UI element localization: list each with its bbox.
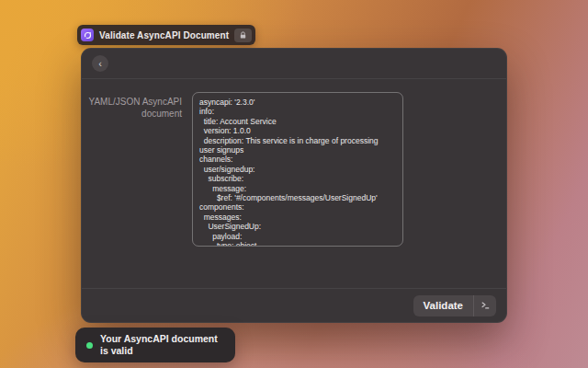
lock-keycap[interactable] bbox=[234, 29, 252, 42]
validate-form: YAML/JSON AsyncAPI document asyncapi: '2… bbox=[82, 79, 506, 247]
raycast-window: ‹ YAML/JSON AsyncAPI document asyncapi: … bbox=[81, 48, 507, 323]
window-header: ‹ bbox=[82, 49, 506, 79]
asyncapi-logo-glyph bbox=[84, 31, 92, 40]
success-status-dot bbox=[86, 342, 93, 349]
document-field-label: YAML/JSON AsyncAPI document bbox=[82, 92, 190, 120]
validate-action-group[interactable]: Validate bbox=[413, 295, 496, 316]
toast-message: Your AsyncAPI document is valid bbox=[100, 333, 226, 357]
desktop-background: Validate AsyncAPI Document ‹ YAML/JSON A… bbox=[0, 0, 588, 368]
validate-button[interactable]: Validate bbox=[413, 295, 473, 316]
document-textarea[interactable]: asyncapi: '2.3.0' info: title: Account S… bbox=[192, 92, 403, 247]
validation-toast[interactable]: Your AsyncAPI document is valid bbox=[75, 328, 235, 362]
enter-shortcut-key[interactable] bbox=[473, 295, 496, 316]
command-pill-title: Validate AsyncAPI Document bbox=[99, 30, 229, 40]
window-footer: Validate bbox=[82, 288, 506, 322]
asyncapi-extension-icon bbox=[81, 29, 94, 41]
lock-icon bbox=[239, 31, 247, 40]
command-pill[interactable]: Validate AsyncAPI Document bbox=[77, 25, 255, 45]
chevron-left-icon: ‹ bbox=[98, 58, 102, 68]
terminal-prompt-icon bbox=[481, 301, 490, 310]
back-button[interactable]: ‹ bbox=[92, 55, 108, 72]
